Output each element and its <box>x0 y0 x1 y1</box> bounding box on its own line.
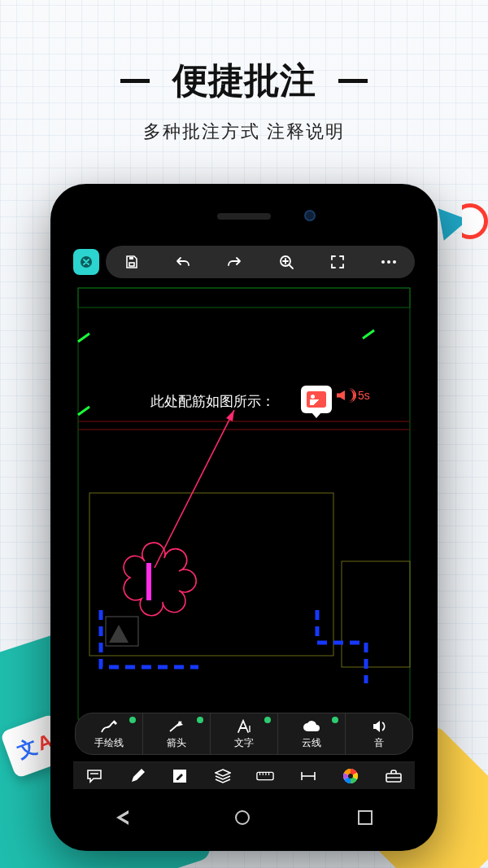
tool-label: 手绘线 <box>94 736 124 750</box>
dash-icon <box>120 79 150 83</box>
pencil-icon <box>130 769 145 783</box>
svg-rect-1 <box>129 263 134 266</box>
zoom-icon <box>278 254 294 270</box>
svg-point-4 <box>381 260 385 264</box>
svg-line-11 <box>363 330 374 338</box>
app-screen: 此处配筋如图所示： 5s 手绘线 <box>68 239 420 796</box>
tool-arrow[interactable]: 箭头 <box>143 713 211 754</box>
pencil-line-icon <box>100 718 118 735</box>
marketing-header: 便捷批注 多种批注方式 注释说明 <box>0 57 488 144</box>
svg-rect-22 <box>257 772 273 779</box>
arrow-icon <box>168 718 185 735</box>
marketing-title-text: 便捷批注 <box>172 57 316 105</box>
phone-camera <box>304 210 316 221</box>
dash-icon <box>338 79 368 83</box>
text-a-icon <box>235 718 253 735</box>
cad-canvas[interactable]: 此处配筋如图所示： 5s <box>73 285 415 718</box>
tool-freehand[interactable]: 手绘线 <box>76 713 143 754</box>
measure-button[interactable] <box>299 767 317 785</box>
svg-point-31 <box>348 774 353 779</box>
svg-point-6 <box>393 260 396 264</box>
undo-icon <box>175 255 191 268</box>
speaker-icon <box>372 718 386 735</box>
svg-marker-18 <box>226 410 234 421</box>
close-icon <box>80 255 93 268</box>
tool-label: 音 <box>374 736 384 750</box>
svg-rect-7 <box>78 288 410 719</box>
status-dot <box>332 717 338 723</box>
audio-annotation-badge[interactable]: 5s <box>337 389 370 402</box>
nav-home[interactable] <box>235 810 250 825</box>
more-button[interactable] <box>381 254 397 270</box>
annotation-toolbar: 手绘线 箭头 文字 <box>75 713 413 755</box>
redo-button[interactable] <box>226 254 242 270</box>
save-icon <box>124 255 139 269</box>
svg-rect-16 <box>146 563 151 600</box>
color-wheel-icon <box>342 768 359 784</box>
undo-button[interactable] <box>175 254 191 270</box>
svg-line-17 <box>155 410 234 568</box>
svg-rect-2 <box>129 257 133 260</box>
cloud-icon <box>302 718 321 735</box>
svg-line-9 <box>78 334 89 342</box>
android-nav-bar <box>62 805 426 830</box>
tool-label: 文字 <box>234 736 254 750</box>
close-button[interactable] <box>73 249 99 275</box>
draw-button[interactable] <box>129 767 146 785</box>
annotation-text[interactable]: 此处配筋如图所示： <box>150 392 275 411</box>
speaker-icon <box>337 390 345 400</box>
marketing-title: 便捷批注 <box>120 57 368 105</box>
color-button[interactable] <box>342 767 359 785</box>
edit-square-icon <box>172 769 187 783</box>
tool-label: 箭头 <box>167 736 186 750</box>
ruler-icon <box>256 771 274 781</box>
tool-audio[interactable]: 音 <box>346 713 412 754</box>
nav-back[interactable] <box>116 810 127 825</box>
status-dot <box>264 717 271 723</box>
cad-drawing <box>73 285 415 724</box>
comment-button[interactable] <box>85 767 103 785</box>
status-dot <box>197 717 203 723</box>
toolbox-button[interactable] <box>385 767 403 785</box>
svg-rect-15 <box>342 561 410 667</box>
sound-wave-icon <box>348 390 355 401</box>
fullscreen-icon <box>330 255 345 269</box>
layers-icon <box>215 769 231 783</box>
more-icon <box>381 260 397 264</box>
fullscreen-button[interactable] <box>329 254 346 270</box>
image-annotation-chip[interactable] <box>301 386 332 413</box>
save-button[interactable] <box>124 254 140 270</box>
tool-cloud[interactable]: 云线 <box>278 713 346 754</box>
status-dot <box>129 717 136 723</box>
top-toolbar <box>73 246 415 278</box>
audio-duration: 5s <box>358 389 370 402</box>
svg-rect-8 <box>78 288 410 308</box>
top-actions <box>106 246 415 278</box>
svg-point-5 <box>387 260 390 264</box>
ruler-button[interactable] <box>256 767 274 785</box>
toolbox-icon <box>386 770 402 783</box>
comment-icon <box>86 769 102 783</box>
phone-earpiece <box>217 213 271 220</box>
nav-recent[interactable] <box>358 810 373 825</box>
edit-button[interactable] <box>171 767 189 785</box>
zoom-button[interactable] <box>278 254 294 270</box>
svg-line-10 <box>78 407 89 415</box>
tool-text[interactable]: 文字 <box>211 713 278 754</box>
image-icon <box>307 391 326 408</box>
phone-inner: 此处配筋如图所示： 5s 手绘线 <box>62 195 426 840</box>
measure-icon <box>299 770 317 782</box>
redo-icon <box>226 255 242 268</box>
layers-button[interactable] <box>214 767 232 785</box>
bottom-toolbar <box>73 761 415 789</box>
tool-label: 云线 <box>302 736 321 750</box>
marketing-subtitle: 多种批注方式 注释说明 <box>0 120 488 144</box>
phone-frame: 此处配筋如图所示： 5s 手绘线 <box>50 184 438 851</box>
